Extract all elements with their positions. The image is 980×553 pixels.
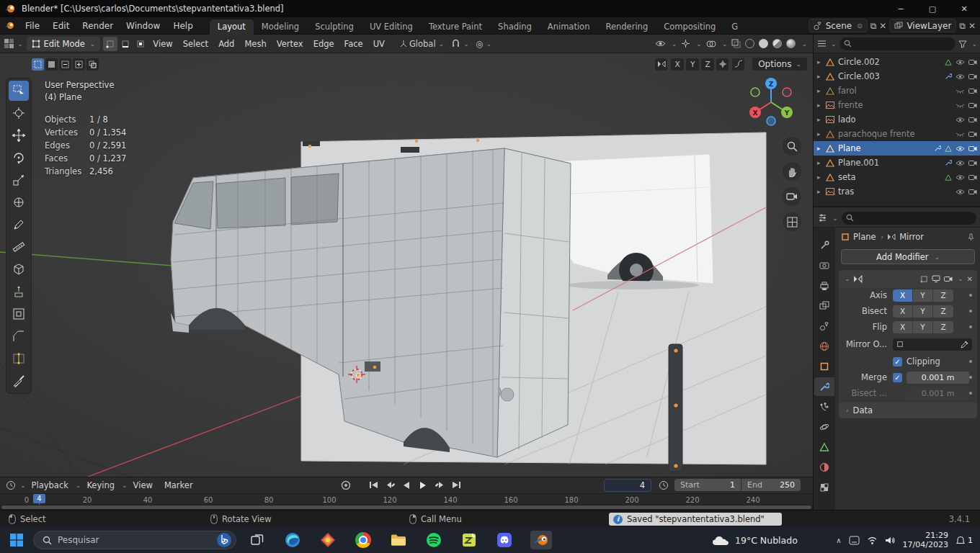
gizmo-x-label[interactable]: X — [753, 109, 758, 117]
eye-closed-icon[interactable] — [956, 88, 965, 94]
realtime-toggle-icon[interactable] — [932, 275, 940, 282]
animate-dot[interactable] — [969, 360, 972, 363]
options-button[interactable]: Options ⌄ — [752, 58, 807, 71]
outliner-display-mode-icon[interactable] — [817, 39, 827, 48]
animate-dot[interactable] — [969, 376, 972, 379]
modifier-close-icon[interactable]: ✕ — [967, 275, 973, 283]
menu-add[interactable]: Add — [213, 39, 239, 49]
camera-visibility-icon[interactable] — [968, 174, 977, 181]
eye-open-icon[interactable] — [956, 117, 965, 123]
scene-selector[interactable]: Scene ⊙ — [808, 19, 868, 32]
animate-dot[interactable] — [969, 392, 972, 395]
camera-view-icon[interactable] — [783, 187, 801, 206]
timeline-editor-icon[interactable] — [0, 480, 19, 490]
spotify-icon[interactable] — [424, 531, 443, 549]
snap-settings-icon[interactable] — [716, 58, 729, 71]
menu-face[interactable]: Face — [339, 39, 368, 49]
tab-texture-icon[interactable] — [814, 478, 834, 497]
unpin-icon[interactable]: ⊙ — [857, 22, 863, 30]
flip-x-button[interactable]: X — [893, 321, 913, 333]
proportional-edit-toggle[interactable]: ◎ ⌄ — [473, 39, 496, 49]
outliner-row-lado[interactable]: ▸ lado — [814, 112, 980, 127]
scrollbar-handle[interactable] — [1, 505, 811, 509]
play-reverse-button[interactable] — [399, 478, 414, 492]
disclosure-icon[interactable]: ▸ — [817, 73, 823, 80]
menu-select[interactable]: Select — [178, 39, 213, 49]
extrude-tool[interactable] — [9, 282, 29, 302]
menu-vertex[interactable]: Vertex — [272, 39, 308, 49]
tab-compositing[interactable]: Compositing — [656, 19, 723, 35]
menu-view[interactable]: View — [148, 39, 177, 49]
outliner-row-tras[interactable]: ▸ tras — [814, 184, 980, 199]
breadcrumb-object[interactable]: Plane — [853, 232, 876, 242]
show-gizmo-icon[interactable] — [681, 39, 690, 48]
tab-object-icon[interactable] — [814, 357, 834, 376]
snap-toggle[interactable]: ⌄ — [447, 39, 473, 48]
viewlayer-selector[interactable]: ViewLayer — [889, 19, 956, 32]
loop-cut-tool[interactable] — [9, 349, 29, 369]
tab-partial[interactable]: G — [723, 19, 746, 35]
eye-open-icon[interactable] — [956, 189, 965, 195]
media-app-icon[interactable] — [318, 531, 337, 549]
menu-edge[interactable]: Edge — [308, 39, 339, 49]
bisect-x-button[interactable]: X — [893, 305, 913, 318]
outliner-row-seta[interactable]: ▸ seta — [814, 170, 980, 184]
camera-visibility-icon[interactable] — [968, 73, 977, 80]
playhead-marker[interactable]: 4 — [33, 494, 45, 503]
auto-keying-icon[interactable] — [340, 480, 352, 491]
play-button[interactable] — [416, 478, 430, 492]
knife-tool[interactable] — [9, 371, 29, 391]
properties-editor-type-icon[interactable] — [818, 213, 827, 222]
axis-x-button[interactable]: X — [893, 289, 913, 302]
pan-hand-icon[interactable] — [783, 162, 801, 181]
timeline-scrollbar[interactable] — [0, 505, 813, 510]
edit-mode-toggle-icon[interactable] — [920, 275, 928, 283]
editor-type-icon[interactable] — [4, 38, 14, 49]
inset-faces-tool[interactable] — [9, 304, 29, 324]
delete-viewlayer-icon[interactable]: ✕ — [968, 21, 976, 31]
use-preview-range-icon[interactable] — [659, 480, 669, 490]
animate-dot[interactable] — [969, 325, 972, 328]
eyedropper-icon[interactable] — [961, 341, 968, 349]
next-keyframe-button[interactable] — [432, 478, 447, 492]
falloff-settings-icon[interactable] — [732, 58, 744, 71]
navigation-gizmo[interactable]: Z X Y — [744, 71, 798, 134]
menu-edit[interactable]: Edit — [46, 21, 76, 31]
tab-animation[interactable]: Animation — [540, 19, 598, 35]
eye-closed-icon[interactable] — [956, 102, 965, 109]
eye-open-icon[interactable] — [956, 73, 965, 80]
camera-visibility-icon[interactable] — [968, 189, 977, 195]
outliner-row-circle003[interactable]: ▸ Circle.003 — [814, 69, 980, 84]
select-box-tool[interactable] — [9, 81, 29, 101]
camera-visibility-icon[interactable] — [968, 59, 977, 66]
menu-mesh[interactable]: Mesh — [239, 39, 271, 49]
eye-closed-icon[interactable] — [956, 131, 965, 138]
disclosure-icon[interactable]: ▸ — [817, 159, 823, 166]
shading-solid-icon[interactable] — [759, 39, 768, 48]
shading-rendered-icon[interactable] — [786, 39, 796, 48]
flip-z-button[interactable]: Z — [933, 321, 953, 333]
tab-particles-icon[interactable] — [814, 397, 834, 416]
tab-object-data-icon[interactable] — [814, 438, 834, 457]
outliner-row-farol[interactable]: ▸ farol — [814, 84, 980, 98]
shading-wireframe-icon[interactable] — [745, 39, 754, 48]
outliner-row-parachoque-frente[interactable]: ▸ parachoque frente — [814, 127, 980, 141]
bisect-z-button[interactable]: Z — [933, 305, 953, 318]
add-modifier-button[interactable]: Add Modifier ⌄ — [841, 249, 975, 264]
camera-visibility-icon[interactable] — [968, 145, 977, 152]
camera-visibility-icon[interactable] — [968, 88, 977, 94]
tab-world-icon[interactable] — [814, 337, 834, 356]
modifier-panel-header[interactable]: ⌄ ⌄ ✕ — [839, 270, 977, 287]
menu-render[interactable]: Render — [76, 21, 120, 31]
select-invert-icon[interactable] — [73, 58, 85, 71]
disclosure-icon[interactable]: ▸ — [817, 145, 823, 152]
cursor-tool[interactable] — [9, 103, 29, 123]
mode-dropdown[interactable]: Edit Mode ⌄ — [27, 37, 101, 51]
modifier-extras-icon[interactable]: ⌄ — [958, 275, 963, 282]
tool-mirror-icon[interactable] — [655, 58, 667, 71]
disclosure-icon[interactable]: ▸ — [817, 116, 823, 123]
language-icon[interactable] — [849, 536, 860, 545]
tab-sculpting[interactable]: Sculpting — [307, 19, 362, 35]
transform-tool[interactable] — [9, 192, 29, 212]
new-scene-icon[interactable]: ⧉ — [870, 21, 877, 31]
